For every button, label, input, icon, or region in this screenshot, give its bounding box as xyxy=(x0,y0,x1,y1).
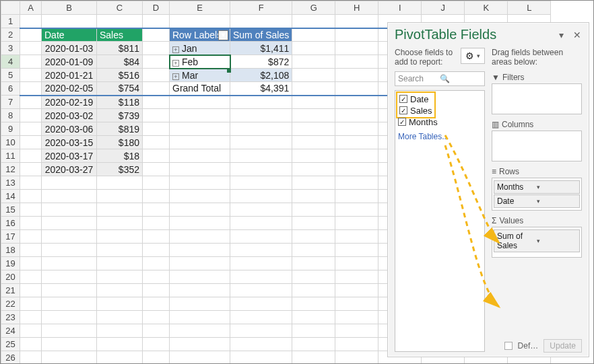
columns-drop-zone[interactable] xyxy=(492,131,582,161)
col-header-I[interactable]: I xyxy=(378,1,422,15)
field-date[interactable]: ✓Date xyxy=(399,94,432,105)
data-cell[interactable]: $180 xyxy=(97,136,143,149)
rows-drop-zone[interactable]: Months▾ Date▾ xyxy=(492,178,582,211)
filters-drop-zone[interactable] xyxy=(492,83,582,114)
pivot-grand-total-value[interactable]: $4,391 xyxy=(230,82,292,96)
row-header[interactable]: 4 xyxy=(1,55,20,69)
defer-label: Def… xyxy=(518,341,539,351)
row-header[interactable]: 20 xyxy=(1,270,20,284)
field-layout-button[interactable]: ⚙▾ xyxy=(461,48,485,64)
data-cell[interactable]: 2020-01-09 xyxy=(42,55,97,69)
col-header-B[interactable]: B xyxy=(42,1,97,15)
checkbox-checked-icon[interactable]: ✓ xyxy=(399,106,407,114)
expand-icon[interactable]: + xyxy=(172,46,179,53)
row-header[interactable]: 19 xyxy=(1,257,20,270)
row-header[interactable]: 14 xyxy=(1,190,20,203)
row-header[interactable]: 9 xyxy=(1,122,20,136)
data-cell[interactable]: 2020-03-27 xyxy=(42,163,97,176)
pivot-grand-total-label[interactable]: Grand Total xyxy=(170,82,230,96)
values-drop-zone[interactable]: Sum of Sales▾ xyxy=(492,227,582,258)
col-header-K[interactable]: K xyxy=(465,1,508,15)
col-header-J[interactable]: J xyxy=(422,1,465,15)
pivot-value[interactable]: $872 xyxy=(230,55,292,69)
pivot-value[interactable]: $2,108 xyxy=(230,69,292,82)
row-header[interactable]: 10 xyxy=(1,136,20,149)
values-pill-sum[interactable]: Sum of Sales▾ xyxy=(494,229,580,252)
data-header-date[interactable]: Date xyxy=(42,28,97,42)
fill-handle[interactable] xyxy=(227,69,231,73)
row-header[interactable]: 5 xyxy=(1,69,20,82)
col-header-A[interactable]: A xyxy=(20,1,42,15)
row-header[interactable]: 18 xyxy=(1,244,20,257)
col-header-G[interactable]: G xyxy=(292,1,335,15)
field-sales[interactable]: ✓Sales xyxy=(399,105,432,116)
pane-options-dropdown[interactable]: ▾ xyxy=(555,29,567,41)
pivot-row-selected[interactable]: +Feb xyxy=(170,55,230,69)
row-header[interactable]: 11 xyxy=(1,149,20,163)
data-cell[interactable]: $819 xyxy=(97,122,143,136)
row-header[interactable]: 7 xyxy=(1,96,20,109)
row-header[interactable]: 2 xyxy=(1,28,20,42)
more-tables-link[interactable]: More Tables... xyxy=(398,132,482,141)
row-header[interactable]: 16 xyxy=(1,217,20,230)
row-header[interactable]: 15 xyxy=(1,203,20,217)
field-list[interactable]: ✓Date ✓Sales ✓Months More Tables... xyxy=(395,90,485,352)
data-cell[interactable]: 2020-03-17 xyxy=(42,149,97,163)
row-header[interactable]: 23 xyxy=(1,311,20,324)
filter-icon: ▼ xyxy=(492,73,500,82)
row-header[interactable]: 1 xyxy=(1,15,20,28)
pivot-row-labels-header[interactable]: Row Labels▼ xyxy=(170,28,230,42)
col-header-H[interactable]: H xyxy=(335,1,378,15)
data-cell[interactable]: $84 xyxy=(97,55,143,69)
row-header[interactable]: 3 xyxy=(1,42,20,55)
search-input[interactable]: Search🔍 xyxy=(395,71,485,86)
data-cell[interactable]: 2020-03-15 xyxy=(42,136,97,149)
data-cell[interactable]: 2020-02-05 xyxy=(42,82,97,96)
pivot-row[interactable]: +Mar xyxy=(170,69,230,82)
data-cell[interactable]: $811 xyxy=(97,42,143,55)
data-cell[interactable]: $754 xyxy=(97,82,143,96)
row-header[interactable]: 25 xyxy=(1,338,20,351)
column-header-row[interactable]: A B C D E F G H I J K L xyxy=(1,1,551,15)
data-cell[interactable]: 2020-01-21 xyxy=(42,69,97,82)
row-header[interactable]: 26 xyxy=(1,351,20,365)
close-icon[interactable]: ✕ xyxy=(571,29,583,41)
data-cell[interactable]: 2020-02-19 xyxy=(42,96,97,109)
row-header[interactable]: 17 xyxy=(1,230,20,244)
row-header[interactable]: 21 xyxy=(1,284,20,297)
col-header-L[interactable]: L xyxy=(508,1,551,15)
data-cell[interactable]: 2020-03-06 xyxy=(42,122,97,136)
select-all-corner[interactable] xyxy=(1,1,20,15)
data-cell[interactable]: $352 xyxy=(97,163,143,176)
data-cell[interactable]: $18 xyxy=(97,149,143,163)
pivot-value[interactable]: $1,411 xyxy=(230,42,292,55)
row-header[interactable]: 13 xyxy=(1,176,20,190)
defer-checkbox[interactable] xyxy=(504,342,513,350)
row-header[interactable]: 24 xyxy=(1,324,20,338)
rows-pill-date[interactable]: Date▾ xyxy=(494,194,580,208)
data-cell[interactable]: 2020-03-02 xyxy=(42,109,97,122)
update-button[interactable]: Update xyxy=(543,339,582,353)
col-header-E[interactable]: E xyxy=(170,1,230,15)
expand-icon[interactable]: + xyxy=(172,60,179,67)
row-header[interactable]: 12 xyxy=(1,163,20,176)
data-cell[interactable]: $739 xyxy=(97,109,143,122)
col-header-D[interactable]: D xyxy=(143,1,170,15)
data-cell[interactable]: $118 xyxy=(97,96,143,109)
drag-fields-label: Drag fields between areas below: xyxy=(492,48,582,67)
col-header-F[interactable]: F xyxy=(230,1,292,15)
col-header-C[interactable]: C xyxy=(97,1,143,15)
field-months[interactable]: ✓Months xyxy=(398,116,482,128)
data-header-sales[interactable]: Sales xyxy=(97,28,143,42)
data-cell[interactable]: $516 xyxy=(97,69,143,82)
data-cell[interactable]: 2020-01-03 xyxy=(42,42,97,55)
checkbox-checked-icon[interactable]: ✓ xyxy=(399,95,407,103)
row-header[interactable]: 22 xyxy=(1,297,20,311)
pivot-filter-dropdown[interactable]: ▼ xyxy=(218,30,228,40)
row-header[interactable]: 8 xyxy=(1,109,20,122)
rows-pill-months[interactable]: Months▾ xyxy=(494,180,580,194)
pivot-row[interactable]: +Jan xyxy=(170,42,230,55)
row-header[interactable]: 6 xyxy=(1,82,20,96)
checkbox-checked-icon[interactable]: ✓ xyxy=(398,118,406,126)
expand-icon[interactable]: + xyxy=(172,73,179,80)
